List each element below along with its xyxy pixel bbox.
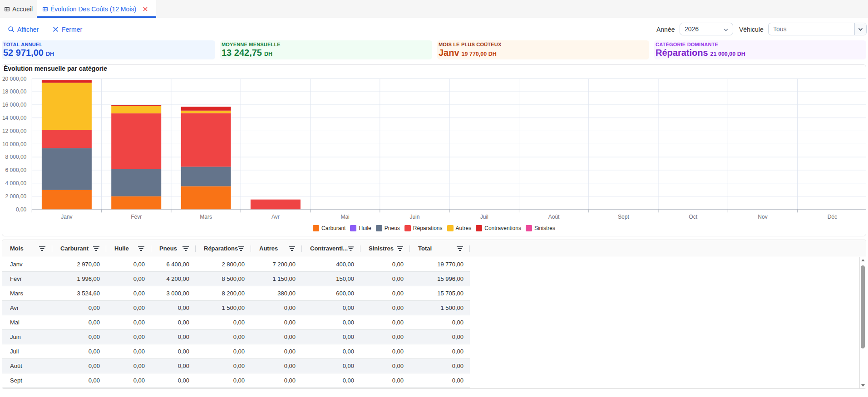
svg-text:Avr: Avr <box>271 214 280 220</box>
svg-text:Mars: Mars <box>200 214 212 220</box>
svg-text:18 000,00: 18 000,00 <box>2 88 27 95</box>
svg-text:Mai: Mai <box>340 214 349 220</box>
svg-text:Déc: Déc <box>828 214 837 220</box>
svg-text:0,00: 0,00 <box>16 206 27 213</box>
svg-text:16 000,00: 16 000,00 <box>2 102 27 108</box>
svg-text:Sept: Sept <box>618 214 629 220</box>
svg-text:4 000,00: 4 000,00 <box>5 180 27 186</box>
svg-text:Févr: Févr <box>131 214 142 220</box>
svg-text:20 000,00: 20 000,00 <box>2 76 27 82</box>
svg-text:6 000,00: 6 000,00 <box>5 167 27 173</box>
svg-text:Août: Août <box>548 214 560 220</box>
svg-text:Janv: Janv <box>61 214 72 220</box>
svg-text:2 000,00: 2 000,00 <box>5 193 27 200</box>
svg-text:14 000,00: 14 000,00 <box>2 115 27 121</box>
svg-text:10 000,00: 10 000,00 <box>2 141 27 147</box>
svg-text:8 000,00: 8 000,00 <box>5 154 27 160</box>
svg-text:Juil: Juil <box>480 214 488 220</box>
svg-text:12 000,00: 12 000,00 <box>2 128 27 134</box>
svg-text:Nov: Nov <box>758 214 767 220</box>
svg-text:Oct: Oct <box>689 214 697 220</box>
svg-text:Juin: Juin <box>409 214 419 220</box>
